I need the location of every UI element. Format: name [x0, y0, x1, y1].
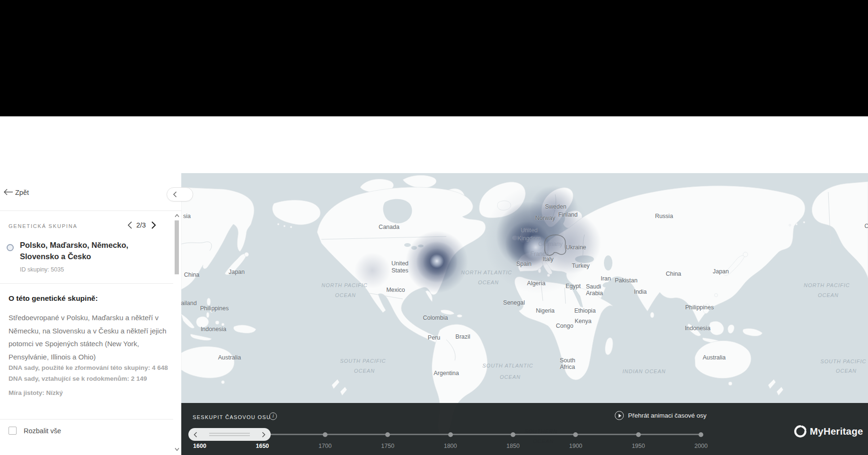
map-label: India	[634, 289, 647, 295]
pagination-prev-icon[interactable]	[127, 221, 133, 229]
map-label: Colombia	[423, 315, 448, 321]
map-label: Canada	[379, 224, 399, 230]
chevron-left-icon	[173, 191, 177, 198]
map-label: Norway	[535, 215, 555, 221]
map-label: Arabia	[586, 290, 603, 297]
map-label: ailand	[181, 300, 197, 306]
timeline-dot[interactable]	[573, 432, 578, 437]
about-heading: O této genetické skupině:	[9, 294, 98, 303]
map-label: Africa	[560, 364, 575, 370]
map-label: Ukraine	[566, 244, 586, 251]
map-label: Senegal	[503, 299, 525, 306]
map-label: Japan	[713, 268, 729, 275]
map-label: Italy	[543, 256, 554, 262]
timeline-dot[interactable]	[636, 432, 641, 437]
map-label: Australia	[218, 354, 241, 361]
timeline-dot[interactable]	[385, 432, 390, 437]
map-label: Kenya	[575, 318, 591, 324]
map-label: Congo	[556, 323, 574, 329]
map-label: SOUTH PACIFIC	[820, 359, 866, 364]
timeline-dot[interactable]	[699, 432, 703, 437]
map-label: Turkey	[572, 262, 590, 269]
map-label: SOUTH ATLANTIC	[482, 363, 533, 368]
timeline-year-label: 1950	[632, 443, 645, 449]
map-label: Pakistan	[615, 277, 638, 284]
scrollbar-up-icon[interactable]	[175, 214, 179, 218]
map-label: Germany	[538, 241, 562, 247]
group-id: ID skupiny: 5035	[20, 266, 64, 273]
timeline-dot[interactable]	[448, 432, 453, 437]
map-label: INDIAN OCEAN	[622, 368, 665, 374]
timeline-range-handle[interactable]	[188, 428, 271, 441]
map-label: Saudi	[586, 283, 601, 290]
timeline-year-labels: 160016501700175018001850190019502000	[181, 443, 868, 452]
map-label: Indonesia	[201, 326, 226, 332]
play-animation-label: Přehrát animaci časové osy	[628, 412, 707, 419]
pagination-next-icon[interactable]	[151, 221, 157, 229]
map-label: Spain	[516, 261, 531, 267]
map-label: sia	[183, 213, 191, 219]
map-label: Egypt	[566, 283, 581, 289]
header: Aleš Vánský, toto jste vy PřehledOdhad e…	[0, 116, 868, 173]
timeline-bar: SESKUPIT ČASOVOU OSU i Přehrát animaci č…	[181, 403, 868, 455]
scrollbar-down-icon[interactable]	[175, 447, 179, 451]
info-icon[interactable]: i	[269, 412, 277, 420]
expand-all-label: Rozbalit vše	[24, 427, 61, 435]
back-arrow-icon[interactable]	[3, 188, 13, 196]
map-label: SOUTH PACIFIC	[340, 358, 386, 364]
expand-all-checkbox[interactable]	[9, 427, 17, 435]
map-label: Australia	[703, 354, 726, 361]
myheritage-logo-mark	[794, 425, 807, 438]
map-label: OCEAN	[478, 280, 499, 285]
myheritage-dna-page: Aleš Vánský, toto jste vy PřehledOdhad e…	[0, 0, 868, 455]
stat-dna-sets: DNA sady, použité ke zformování této sku…	[9, 363, 168, 372]
divider	[0, 419, 173, 420]
map-label: NORTH PACIFIC	[321, 282, 368, 288]
timeline-year-label: 1900	[569, 443, 582, 449]
handle-grip	[209, 433, 250, 436]
map-label: United	[391, 260, 408, 267]
timeline-year-label: 1800	[444, 443, 457, 449]
timeline-dot[interactable]	[323, 432, 328, 437]
map-label: Argentina	[434, 370, 459, 376]
map-label: South	[560, 357, 576, 364]
section-label: GENETICKÁ SKUPINA	[9, 223, 78, 229]
world-map[interactable]: siaChinaJapanailandPhilippinesIndonesiaA…	[181, 173, 868, 455]
timeline-year-label: 1650	[256, 443, 269, 449]
map-label: Algeria	[527, 280, 546, 287]
timeline-year-label: 1850	[506, 443, 520, 449]
map-label: Kingdom	[517, 235, 540, 242]
map-label: Sweden	[545, 203, 566, 210]
group-bullet	[7, 244, 14, 251]
scrollbar-thumb[interactable]	[175, 220, 179, 274]
back-button[interactable]: Zpět	[15, 189, 29, 196]
map-label: Brazil	[455, 333, 470, 340]
about-text: Středoevropané v Polsku, Maďarsku a někt…	[9, 311, 170, 363]
back-row: Zpět	[0, 173, 181, 211]
sidebar-collapse-button[interactable]	[167, 187, 193, 201]
sidebar: Zpět GENETICKÁ SKUPINA 2/3 Polsko, Maďar…	[0, 173, 181, 455]
map-label: States	[391, 267, 408, 274]
divider	[0, 283, 173, 284]
group-stats: DNA sady, použité ke zformování této sku…	[9, 363, 168, 397]
stat-dna-trees: DNA sady, vztahující se k rodokmenům: 2 …	[9, 374, 168, 383]
map-label: Philippines	[200, 305, 229, 312]
timeline-group-label: SESKUPIT ČASOVOU OSU	[193, 414, 271, 420]
map-label: OCEAN	[500, 374, 521, 380]
map-label: United	[521, 227, 538, 234]
handle-prev-icon[interactable]	[194, 432, 197, 438]
map-label: OCEAN	[335, 292, 356, 298]
map-label: Peru	[428, 334, 440, 341]
pagination-counter: 2/3	[136, 221, 146, 229]
timeline-dot[interactable]	[511, 432, 515, 437]
map-label: Mexico	[386, 287, 405, 293]
myheritage-logo: MyHeritage	[794, 425, 863, 438]
map-label: OCEAN	[354, 368, 375, 374]
group-title: Polsko, Maďarsko, Německo, Slovensko a Č…	[20, 239, 162, 262]
timeline-year-label: 1700	[319, 443, 332, 449]
play-animation-button[interactable]: Přehrát animaci časové osy	[615, 411, 707, 420]
top-black-bar	[0, 0, 868, 116]
handle-next-icon[interactable]	[262, 432, 266, 438]
confidence-level: Míra jistoty: Nízký	[9, 388, 168, 397]
map-label: Japan	[229, 269, 245, 275]
